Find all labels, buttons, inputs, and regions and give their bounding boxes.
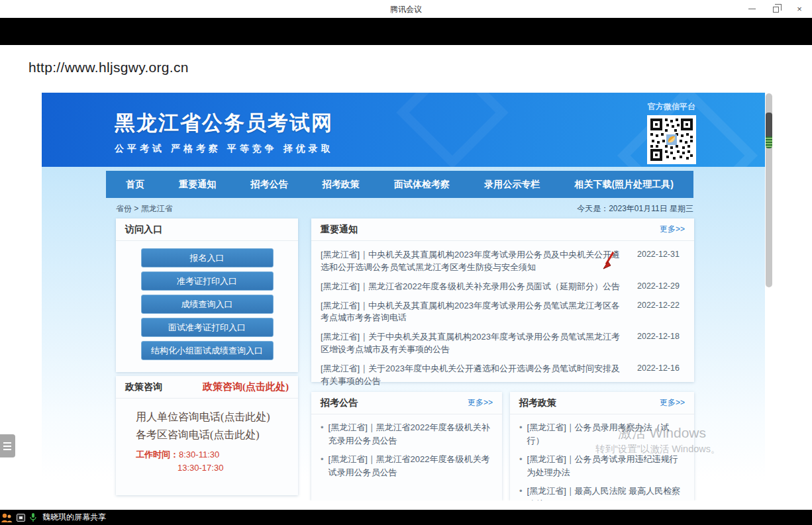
nav-item[interactable]: 录用公示专栏	[484, 179, 540, 191]
notice-title[interactable]: [黑龙江省]｜中央机关及其直属机构2023年度考试录用公务员笔试黑龙江考区各考点…	[321, 300, 637, 325]
red-pointer-icon	[599, 251, 617, 273]
notice-title[interactable]: [黑龙江省]｜关于2023年度中央机关公开遴选和公开选调公务员笔试时间安排及有关…	[321, 363, 637, 388]
notices-card-title: 重要通知	[321, 224, 358, 236]
access-button-list: 报名入口准考证打印入口成绩查询入口面试准考证打印入口结构化小组面试成绩查询入口	[116, 241, 298, 360]
access-entrance-button[interactable]: 准考证打印入口	[141, 271, 274, 291]
meeting-titlebar: 腾讯会议 ×	[0, 0, 812, 18]
notice-date: 2022-12-16	[637, 363, 685, 388]
notice-row[interactable]: [黑龙江省]｜中央机关及其直属机构2023年度考试录用公务员笔试黑龙江考区各考点…	[321, 300, 685, 325]
site-title: 黑龙江省公务员考试网	[115, 109, 334, 137]
consult-body: 用人单位咨询电话(点击此处) 各考区咨询电话(点击此处) 工作时间：8:30-1…	[116, 399, 298, 473]
announcement-row[interactable]: • [黑龙江省]｜黑龙江省2022年度各级机关考试录用公务员公告	[321, 453, 494, 479]
notice-row[interactable]: [黑龙江省]｜关于中央机关及其直属机构2023年度考试录用公务员笔试黑龙江考区增…	[321, 331, 685, 356]
page-scrollbar-thumb[interactable]	[766, 113, 772, 136]
work-time-line1: 工作时间：8:30-11:30	[136, 449, 298, 461]
consult-card-title: 政策咨询	[125, 381, 162, 393]
examarea-phone-link[interactable]: 各考区咨询电话(点击此处)	[136, 426, 298, 444]
windows-activation-watermark-line2: 转到“设置”以激活 Windows。	[595, 443, 721, 455]
breadcrumb[interactable]: 省份 > 黑龙江省	[116, 203, 173, 215]
nav-item[interactable]: 相关下载(照片处理工具)	[575, 179, 674, 191]
work-time-morning: 8:30-11:30	[179, 450, 219, 459]
announcements-more-link[interactable]: 更多>>	[468, 397, 493, 408]
policy-row[interactable]: • [黑龙江省]｜最高人民法院 最高人民检察院关于	[519, 485, 686, 501]
notice-date: 2022-12-31	[637, 249, 685, 274]
access-entrance-button[interactable]: 成绩查询入口	[141, 295, 274, 314]
window-controls: ×	[743, 0, 808, 18]
notice-title[interactable]: [黑龙江省]｜中央机关及其直属机构2023年度考试录用公务员及中央机关公开遴选和…	[321, 249, 637, 274]
screen-share-label: 魏晓琪的屏幕共享	[42, 512, 106, 523]
scrollbar-green-marker	[766, 136, 772, 148]
access-card-title: 访问入口	[125, 224, 162, 236]
wechat-panel: 官方微信平台	[641, 101, 702, 164]
notice-row[interactable]: [黑龙江省]｜黑龙江省2022年度各级机关补充录用公务员面试（延期部分）公告 2…	[321, 281, 685, 293]
screen-share-icon[interactable]	[17, 514, 25, 522]
site-slogan: 公平考试 严格考察 平等竞争 择优录取	[115, 143, 334, 155]
employer-phone-link[interactable]: 用人单位咨询电话(点击此处)	[136, 408, 298, 426]
consult-card-header: 政策咨询 政策咨询(点击此处)	[116, 376, 298, 399]
site-logo: 黑龙江省公务员考试网 公平考试 严格考察 平等竞争 择优录取	[115, 109, 334, 155]
access-card-header: 访问入口	[116, 218, 298, 241]
meeting-panel-toggle-icon[interactable]	[0, 434, 15, 457]
bullet-icon: •	[519, 485, 523, 501]
meeting-bottom-bar: 魏晓琪的屏幕共享	[0, 510, 812, 525]
wechat-label: 官方微信平台	[641, 101, 702, 113]
participants-icon[interactable]	[1, 512, 13, 524]
site-header: 黑龙江省公务员考试网 公平考试 严格考察 平等竞争 择优录取 官方微信平台	[42, 93, 765, 167]
nav-item[interactable]: 首页	[126, 179, 144, 191]
microphone-icon[interactable]	[29, 512, 37, 522]
wechat-qr-code	[647, 115, 696, 164]
notice-date: 2022-12-29	[637, 281, 685, 293]
letterbox-top	[0, 18, 812, 45]
today-date: 今天是：2023年01月11日 星期三	[577, 203, 693, 215]
main-nav: 首页重要通知招考公告招考政策面试体检考察录用公示专栏相关下载(照片处理工具)	[106, 171, 693, 198]
bullet-icon: •	[519, 453, 523, 479]
notice-title[interactable]: [黑龙江省]｜关于中央机关及其直属机构2023年度考试录用公务员笔试黑龙江考区增…	[321, 331, 637, 356]
windows-activation-watermark: 激活 Windows	[618, 424, 706, 442]
announcements-card: 招考公告 更多>> • [黑龙江省]｜黑龙江省2022年度各级机关补充录用公务员…	[311, 392, 502, 501]
announcements-card-title: 招考公告	[321, 397, 358, 409]
notices-card-header: 重要通知 更多>>	[311, 218, 694, 241]
access-entrance-button[interactable]: 报名入口	[141, 248, 274, 267]
notice-date: 2022-12-18	[637, 331, 685, 356]
bullet-icon: •	[321, 453, 324, 479]
policies-card-title: 招考政策	[519, 397, 556, 409]
nav-item[interactable]: 招考公告	[251, 179, 288, 191]
policies-more-link[interactable]: 更多>>	[660, 397, 685, 408]
shared-url-text: http://www.hljsgwy.org.cn	[28, 60, 189, 75]
breadcrumb-row: 省份 > 黑龙江省 今天是：2023年01月11日 星期三	[116, 203, 693, 215]
notice-row[interactable]: [黑龙江省]｜关于2023年度中央机关公开遴选和公开选调公务员笔试时间安排及有关…	[321, 363, 685, 388]
header-decor-cube	[396, 93, 509, 167]
work-time-label: 工作时间：	[136, 450, 179, 459]
access-entrance-button[interactable]: 结构化小组面试成绩查询入口	[141, 341, 274, 360]
notice-list: [黑龙江省]｜中央机关及其直属机构2023年度考试录用公务员及中央机关公开遴选和…	[311, 241, 694, 388]
notice-date: 2022-12-22	[637, 300, 685, 325]
close-icon[interactable]: ×	[791, 2, 808, 17]
policy-title[interactable]: [黑龙江省]｜公务员考试录用违纪违规行为处理办法	[527, 453, 686, 479]
policies-card-header: 招考政策 更多>>	[510, 392, 694, 414]
nav-item[interactable]: 面试体检考察	[394, 179, 450, 191]
minimize-icon[interactable]	[743, 2, 760, 17]
policy-title[interactable]: [黑龙江省]｜最高人民法院 最高人民检察院关于	[527, 485, 686, 501]
restore-icon[interactable]	[767, 2, 784, 17]
notices-more-link[interactable]: 更多>>	[660, 224, 685, 235]
meeting-title: 腾讯会议	[0, 4, 812, 15]
access-entrance-card: 访问入口 报名入口准考证打印入口成绩查询入口面试准考证打印入口结构化小组面试成绩…	[116, 218, 298, 372]
bullet-icon: •	[321, 421, 324, 447]
announcement-title[interactable]: [黑龙江省]｜黑龙江省2022年度各级机关考试录用公务员公告	[329, 453, 494, 479]
announcement-row[interactable]: • [黑龙江省]｜黑龙江省2022年度各级机关补充录用公务员公告	[321, 421, 494, 447]
announcements-card-header: 招考公告 更多>>	[311, 392, 502, 414]
announcement-title[interactable]: [黑龙江省]｜黑龙江省2022年度各级机关补充录用公务员公告	[329, 421, 494, 447]
notice-row[interactable]: [黑龙江省]｜中央机关及其直属机构2023年度考试录用公务员及中央机关公开遴选和…	[321, 249, 685, 274]
nav-item[interactable]: 招考政策	[323, 179, 360, 191]
work-time-afternoon: 13:30-17:30	[178, 463, 298, 473]
nav-item[interactable]: 重要通知	[179, 179, 216, 191]
announcement-list: • [黑龙江省]｜黑龙江省2022年度各级机关补充录用公务员公告 • [黑龙江省…	[311, 414, 502, 479]
access-entrance-button[interactable]: 面试准考证打印入口	[141, 318, 274, 337]
policy-consult-card: 政策咨询 政策咨询(点击此处) 用人单位咨询电话(点击此处) 各考区咨询电话(点…	[116, 376, 298, 495]
notice-title[interactable]: [黑龙江省]｜黑龙江省2022年度各级机关补充录用公务员面试（延期部分）公告	[321, 281, 637, 293]
bullet-icon: •	[519, 421, 523, 447]
policy-row[interactable]: • [黑龙江省]｜公务员考试录用违纪违规行为处理办法	[519, 453, 686, 479]
policy-consult-link[interactable]: 政策咨询(点击此处)	[203, 381, 289, 393]
important-notices-card: 重要通知 更多>> [黑龙江省]｜中央机关及其直属机构2023年度考试录用公务员…	[311, 218, 694, 382]
qr-code-icon	[649, 117, 694, 162]
